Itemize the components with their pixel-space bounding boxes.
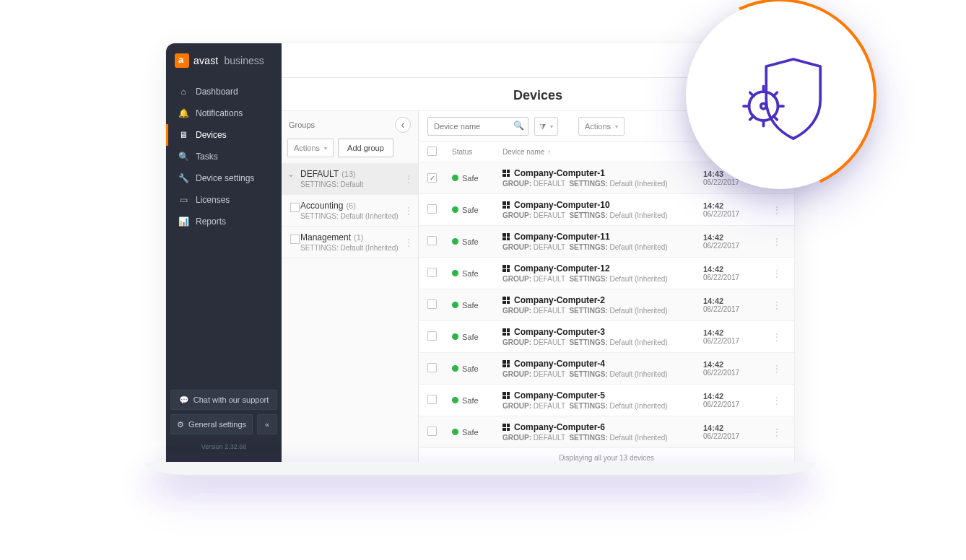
row-checkbox[interactable] (427, 426, 437, 436)
wrench-icon: 🔧 (178, 173, 188, 183)
sidebar-item-label: Devices (196, 130, 227, 140)
sidebar-item-device-settings[interactable]: 🔧Device settings (166, 167, 282, 189)
kebab-menu-icon[interactable]: ⋮ (768, 240, 786, 243)
svg-line-8 (750, 116, 754, 120)
device-meta: GROUP: DEFAULT SETTINGS: Default (Inheri… (502, 370, 703, 378)
chat-support-label: Chat with our support (193, 395, 269, 404)
laptop-base (144, 462, 816, 475)
sidebar-item-tasks[interactable]: 🔍Tasks (166, 146, 282, 167)
kebab-menu-icon[interactable]: ⋮ (404, 241, 414, 244)
brand-suffix: business (224, 55, 264, 66)
sidebar-item-dashboard[interactable]: ⌂Dashboard (166, 81, 282, 102)
device-name: Company-Computer-3 (514, 327, 605, 337)
group-item[interactable]: Management(1)SETTINGS: Default (Inherite… (282, 227, 418, 258)
general-settings-label: General settings (188, 420, 246, 429)
chat-support-button[interactable]: 💬 Chat with our support (170, 390, 277, 410)
device-time: 14:42 (703, 265, 768, 274)
row-checkbox[interactable] (427, 331, 437, 341)
row-checkbox[interactable]: ✓ (427, 173, 437, 183)
status-label: Safe (462, 269, 479, 278)
row-checkbox[interactable] (427, 299, 437, 309)
kebab-menu-icon[interactable]: ⋮ (768, 399, 786, 402)
table-row[interactable]: Safe Company-Computer-2 GROUP: DEFAULT S… (419, 289, 794, 321)
table-row[interactable]: Safe Company-Computer-10 GROUP: DEFAULT … (419, 194, 794, 226)
device-time: 14:42 (703, 201, 768, 210)
table-row[interactable]: Safe Company-Computer-3 GROUP: DEFAULT S… (419, 321, 794, 353)
status-dot-icon (452, 302, 458, 308)
device-name: Company-Computer-11 (514, 232, 610, 242)
row-checkbox[interactable] (427, 395, 437, 404)
status-cell: Safe (452, 428, 502, 437)
devices-actions-dropdown[interactable]: Actions ▾ (578, 117, 625, 136)
filter-button[interactable]: ⧩ ▾ (534, 117, 558, 136)
device-name: Company-Computer-2 (514, 295, 605, 305)
device-meta: GROUP: DEFAULT SETTINGS: Default (Inheri… (502, 180, 703, 188)
groups-title: Groups (289, 121, 315, 129)
table-row[interactable]: Safe Company-Computer-11 GROUP: DEFAULT … (419, 226, 794, 258)
device-meta: GROUP: DEFAULT SETTINGS: Default (Inheri… (502, 402, 703, 410)
collapse-groups-button[interactable]: ‹ (395, 117, 411, 133)
col-status[interactable]: Status (452, 148, 502, 156)
sidebar: ⌂Dashboard🔔Notifications🖥Devices🔍Tasks🔧D… (166, 78, 282, 462)
device-name: Company-Computer-5 (514, 390, 605, 401)
device-date: 06/22/2017 (703, 242, 768, 250)
svg-line-6 (750, 92, 754, 96)
sidebar-item-licenses[interactable]: ▭Licenses (166, 189, 282, 211)
card-icon: ▭ (178, 195, 188, 205)
kebab-menu-icon[interactable]: ⋮ (768, 304, 786, 307)
sidebar-item-notifications[interactable]: 🔔Notifications (166, 102, 282, 124)
status-dot-icon (452, 429, 458, 435)
device-meta: GROUP: DEFAULT SETTINGS: Default (Inheri… (502, 434, 703, 442)
sidebar-item-label: Reports (196, 216, 226, 227)
status-label: Safe (462, 428, 479, 437)
collapse-sidebar-button[interactable]: « (257, 414, 277, 434)
windows-icon (502, 328, 510, 336)
device-date: 06/22/2017 (703, 305, 768, 313)
kebab-menu-icon[interactable]: ⋮ (768, 336, 786, 338)
search-icon: 🔍 (513, 121, 524, 131)
status-cell: Safe (452, 364, 502, 373)
kebab-menu-icon[interactable]: ⋮ (404, 209, 414, 212)
devices-actions-label: Actions (585, 122, 611, 131)
sidebar-item-label: Dashboard (196, 87, 238, 97)
kebab-menu-icon[interactable]: ⋮ (768, 272, 786, 275)
select-all-checkbox[interactable] (427, 146, 437, 156)
group-name: Management (300, 232, 351, 242)
sidebar-item-reports[interactable]: 📊Reports (166, 211, 282, 232)
row-checkbox[interactable] (427, 363, 437, 372)
general-settings-button[interactable]: ⚙ General settings (170, 414, 253, 434)
groups-actions-dropdown[interactable]: Actions ▾ (287, 139, 334, 157)
table-row[interactable]: Safe Company-Computer-12 GROUP: DEFAULT … (419, 258, 794, 289)
table-row[interactable]: Safe Company-Computer-6 GROUP: DEFAULT S… (419, 416, 794, 448)
svg-line-7 (773, 116, 777, 120)
groups-panel: Groups ‹ Actions ▾ Add group (282, 111, 419, 462)
table-row[interactable]: Safe Company-Computer-5 GROUP: DEFAULT S… (419, 385, 794, 416)
bar-chart-icon: 📊 (178, 216, 188, 227)
status-dot-icon (452, 238, 458, 245)
add-group-button[interactable]: Add group (338, 139, 393, 157)
sidebar-item-devices[interactable]: 🖥Devices (166, 124, 282, 146)
groups-actions-label: Actions (294, 144, 320, 152)
group-settings: SETTINGS: Default (Inherited) (300, 244, 411, 252)
devices-footer: Displaying all your 13 devices (419, 448, 794, 462)
windows-icon (502, 201, 510, 209)
monitor-icon: 🖥 (178, 130, 188, 140)
status-dot-icon (452, 333, 458, 340)
device-meta: GROUP: DEFAULT SETTINGS: Default (Inheri… (502, 275, 703, 283)
group-item[interactable]: Accounting(6)SETTINGS: Default (Inherite… (282, 195, 418, 227)
row-checkbox[interactable] (427, 204, 437, 214)
table-row[interactable]: Safe Company-Computer-4 GROUP: DEFAULT S… (419, 353, 794, 385)
group-name: Accounting (300, 201, 343, 211)
group-item[interactable]: DEFAULT(13)SETTINGS: Default⋮ (282, 163, 418, 195)
kebab-menu-icon[interactable]: ⋮ (768, 367, 786, 370)
col-device-name[interactable]: Device name ↑ (502, 148, 703, 156)
kebab-menu-icon[interactable]: ⋮ (768, 209, 786, 211)
device-time: 14:42 (703, 360, 768, 369)
row-checkbox[interactable] (427, 268, 437, 277)
kebab-menu-icon[interactable]: ⋮ (404, 178, 414, 180)
row-checkbox[interactable] (427, 236, 437, 245)
feature-badge (686, 1, 874, 189)
kebab-menu-icon[interactable]: ⋮ (768, 431, 786, 434)
svg-point-0 (749, 92, 778, 121)
device-time: 14:42 (703, 424, 768, 432)
